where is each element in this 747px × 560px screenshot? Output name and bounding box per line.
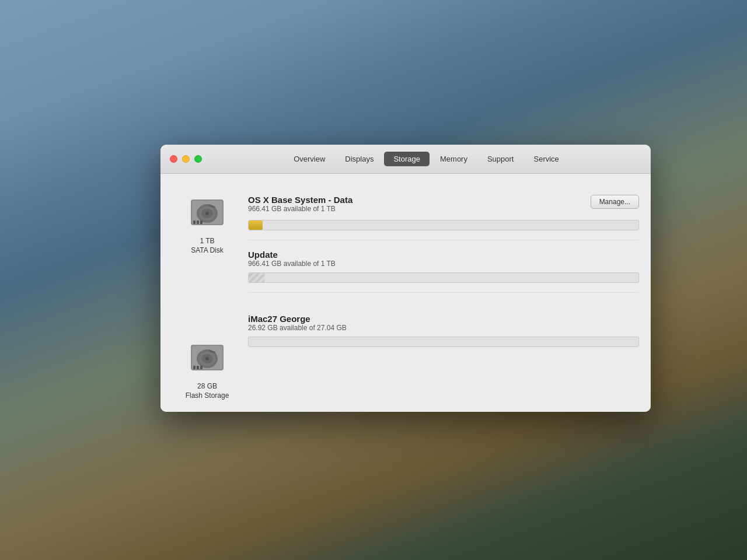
storage-entry-imac-available: 26.92 GB available of 27.04 GB [248, 324, 639, 332]
tab-service[interactable]: Service [525, 152, 568, 166]
disk-item-flash: 28 GB Flash Storage [186, 337, 229, 400]
manage-button[interactable]: Manage... [591, 195, 639, 209]
storage-entry-osx-available: 966.41 GB available of 1 TB [248, 205, 352, 213]
tab-bar: Overview Displays Storage Memory Support… [211, 152, 641, 166]
progress-bar-osx [248, 220, 639, 230]
storage-entry-osx: OS X Base System - Data 966.41 GB availa… [248, 186, 639, 240]
tab-displays[interactable]: Displays [336, 152, 383, 166]
tab-storage[interactable]: Storage [384, 152, 430, 166]
disk-item-sata: 1 TB SATA Disk [186, 191, 228, 255]
disk-icon-sata [186, 191, 228, 233]
storage-entry-imac-name: iMac27 George [248, 314, 639, 324]
disk-icon-flash [186, 337, 228, 379]
storage-entry-update-available: 966.41 GB available of 1 TB [248, 260, 639, 268]
storage-entry-osx-info: OS X Base System - Data 966.41 GB availa… [248, 195, 352, 218]
tab-memory[interactable]: Memory [431, 152, 477, 166]
svg-point-15 [205, 357, 209, 360]
svg-rect-8 [197, 220, 199, 224]
tab-overview[interactable]: Overview [284, 152, 334, 166]
minimize-button[interactable] [182, 155, 190, 163]
tab-support[interactable]: Support [478, 152, 523, 166]
close-button[interactable] [170, 155, 177, 163]
progress-bar-osx-fill [249, 220, 263, 230]
svg-rect-18 [197, 366, 199, 369]
maximize-button[interactable] [194, 155, 202, 163]
svg-rect-19 [200, 366, 203, 369]
traffic-lights [170, 155, 202, 163]
progress-bar-update-fill [249, 273, 264, 282]
progress-bar-imac [248, 337, 639, 347]
progress-bar-update [248, 272, 639, 283]
storage-entry-update-name: Update [248, 250, 639, 260]
disk-size-sata: 1 TB SATA Disk [191, 237, 224, 255]
storage-entry-osx-name: OS X Base System - Data [248, 195, 352, 205]
svg-point-5 [205, 212, 209, 215]
content-area: 1 TB SATA Disk [160, 174, 651, 412]
title-bar: Overview Displays Storage Memory Support… [160, 145, 651, 174]
svg-rect-7 [193, 220, 196, 224]
storage-entries: OS X Base System - Data 966.41 GB availa… [242, 186, 639, 400]
svg-rect-17 [193, 366, 196, 369]
storage-entry-imac: iMac27 George 26.92 GB available of 27.0… [248, 304, 639, 356]
disk-sidebar: 1 TB SATA Disk [172, 186, 242, 400]
about-this-mac-window: Overview Displays Storage Memory Support… [160, 145, 651, 412]
disk-size-flash: 28 GB Flash Storage [186, 382, 229, 400]
storage-entry-update: Update 966.41 GB available of 1 TB [248, 240, 639, 293]
storage-entry-osx-header: OS X Base System - Data 966.41 GB availa… [248, 195, 639, 218]
svg-rect-9 [200, 220, 203, 224]
